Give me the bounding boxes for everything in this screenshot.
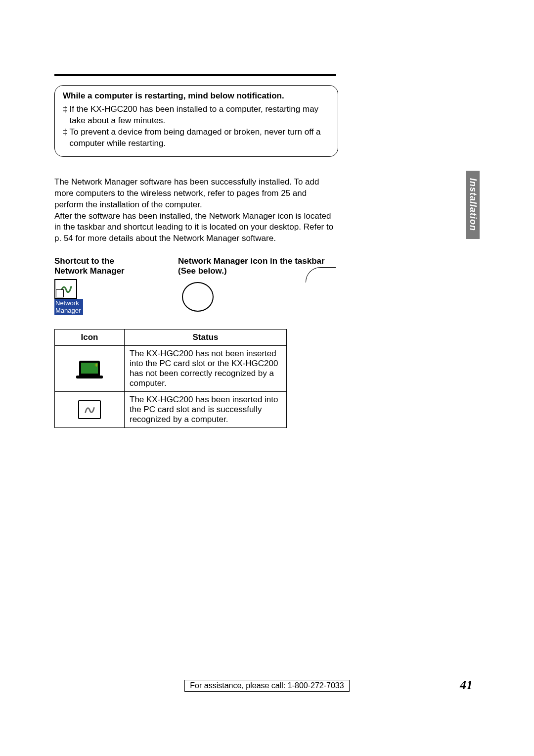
status-not-inserted: The KX-HGC200 has not been inserted into…: [125, 345, 287, 391]
shortcut-label: Network Manager: [54, 299, 83, 315]
assistance-box: For assistance, please call: 1-800-272-7…: [184, 680, 349, 692]
side-tab-installation: Installation: [466, 171, 480, 239]
header-icon: Icon: [55, 329, 125, 345]
notice-title: While a computer is restarting, mind bel…: [63, 91, 330, 102]
wave-ok-icon: [83, 404, 96, 415]
table-row: The KX-HGC200 has been inserted into the…: [55, 391, 287, 427]
captions-row: Shortcut to the Network Manager Network …: [54, 256, 336, 276]
icon-inserted: [55, 391, 125, 427]
footer: For assistance, please call: 1-800-272-7…: [0, 680, 534, 692]
top-rule: [54, 74, 336, 76]
callout-circle-icon: [182, 282, 214, 312]
notice-bullet-2: To prevent a device from being damaged o…: [63, 127, 330, 149]
caption-taskbar: Network Manager icon in the taskbar (See…: [178, 256, 326, 276]
notice-bullet-2-text: To prevent a device from being damaged o…: [69, 127, 330, 149]
shortcut-arrow-icon: [56, 289, 64, 297]
icons-row: Network Manager: [54, 279, 480, 315]
body-paragraph: The Network Manager software has been su…: [54, 177, 336, 245]
notice-box: While a computer is restarting, mind bel…: [54, 85, 338, 157]
header-status: Status: [125, 329, 287, 345]
pc-card-missing-icon: +: [79, 361, 100, 377]
caption-shortcut: Shortcut to the Network Manager: [54, 256, 143, 276]
notice-bullet-1: If the KX-HGC200 has been installed to a…: [63, 104, 330, 127]
status-table: Icon Status + The KX-HGC200 has not been…: [54, 329, 287, 428]
notice-bullet-1-text: If the KX-HGC200 has been installed to a…: [69, 104, 330, 127]
network-manager-shortcut-icon: Network Manager: [54, 279, 83, 315]
pc-card-ok-icon: [78, 400, 101, 419]
icon-not-inserted: +: [55, 345, 125, 391]
page-number: 41: [460, 678, 473, 693]
status-inserted: The KX-HGC200 has been inserted into the…: [125, 391, 287, 427]
table-row: + The KX-HGC200 has not been inserted in…: [55, 345, 287, 391]
table-header-row: Icon Status: [55, 329, 287, 345]
network-manager-glyph-icon: [54, 279, 77, 299]
